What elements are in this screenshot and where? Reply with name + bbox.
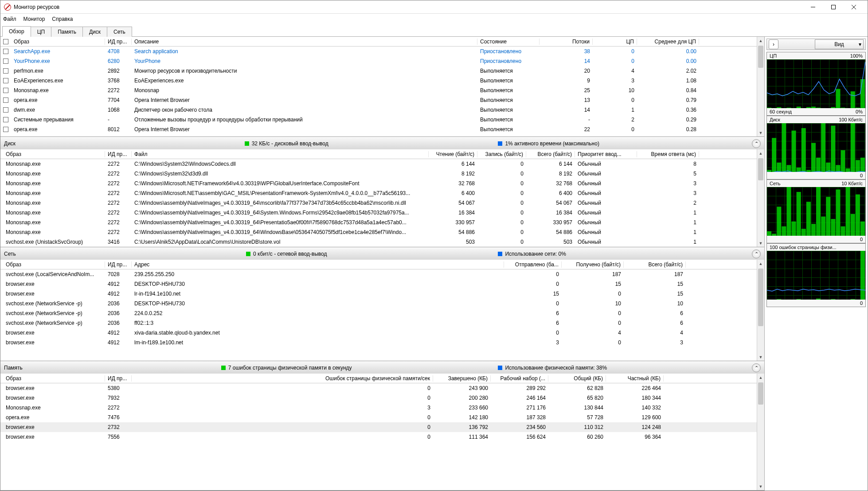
table-row[interactable]: opera.exe 8012 Opera Internet Browser Вы… (0, 125, 764, 134)
row-checkbox[interactable] (3, 97, 8, 103)
row-checkbox[interactable] (3, 88, 8, 93)
svg-rect-48 (786, 187, 791, 236)
svg-rect-57 (831, 219, 835, 236)
row-checkbox[interactable] (3, 117, 8, 122)
cpu-grid-header[interactable]: Образ ИД пр... Описание Состояние Потоки… (0, 37, 764, 47)
table-row[interactable]: svchost.exe (NetworkService -p) 2036 DES… (0, 299, 764, 308)
table-row[interactable]: Monosnap.exe 2272 C:\Windows\Microsoft.N… (0, 179, 764, 188)
table-row[interactable]: Monosnap.exe 2272 C:\Windows\System32\Wi… (0, 159, 764, 169)
select-all-checkbox[interactable] (3, 39, 8, 44)
titlebar[interactable]: Монитор ресурсов (0, 0, 868, 14)
table-row[interactable]: opera.exe 7476 0 142 180 187 328 57 728 … (0, 413, 764, 422)
svg-rect-66 (777, 299, 781, 300)
table-row[interactable]: browser.exe 7556 0 111 364 156 624 60 26… (0, 432, 764, 442)
table-row[interactable]: Системные прерывания - Отложенные вызовы… (0, 115, 764, 125)
row-checkbox[interactable] (3, 78, 8, 83)
svg-rect-17 (831, 107, 835, 108)
table-row[interactable]: SearchApp.exe 4708 Search application Пр… (0, 47, 764, 56)
table-row[interactable]: Monosnap.exe 2272 3 233 660 271 176 130 … (0, 403, 764, 413)
maximize-button[interactable] (823, 0, 844, 14)
network-collapse-button[interactable] (752, 249, 761, 258)
svg-rect-25 (772, 138, 776, 172)
menu-help[interactable]: Справка (52, 16, 73, 22)
table-row[interactable]: Monosnap.exe 2272 C:\Windows\System32\d3… (0, 169, 764, 179)
disk-panel-header[interactable]: Диск 32 КБ/c - дисковый ввод-вывод 1% ак… (0, 137, 764, 149)
svg-rect-36 (826, 163, 830, 172)
memory-panel-header[interactable]: Память 7 ошибок страницы физической памя… (0, 361, 764, 374)
menu-file[interactable]: Файл (3, 16, 16, 22)
minimize-button[interactable] (803, 0, 823, 14)
row-checkbox[interactable] (3, 107, 8, 113)
tab-disk[interactable]: Диск (82, 27, 107, 37)
table-row[interactable]: svchost.exe (LocalServiceAndNoIm... 7028… (0, 269, 764, 279)
svg-rect-40 (846, 168, 850, 172)
tab-network[interactable]: Сеть (107, 27, 132, 37)
svg-rect-4 (767, 108, 771, 108)
network-grid-header[interactable]: Образ ИД пр... Адрес Отправлено (ба... П… (0, 260, 764, 269)
table-row[interactable]: browser.exe 4912 xiva-daria.stable.qloud… (0, 328, 764, 338)
main-column: Образ ИД пр... Описание Состояние Потоки… (0, 37, 765, 491)
expand-charts-button[interactable]: › (769, 39, 778, 49)
svg-rect-63 (860, 222, 865, 236)
table-row[interactable]: dwm.exe 1068 Диспетчер окон рабочего сто… (0, 105, 764, 115)
table-row[interactable]: Monosnap.exe 2272 C:\Windows\Microsoft.N… (0, 188, 764, 198)
row-checkbox[interactable] (3, 49, 8, 54)
table-row[interactable]: Monosnap.exe 2272 Monosnap Выполняется 2… (0, 86, 764, 95)
svg-rect-21 (851, 91, 855, 108)
svg-rect-22 (856, 108, 860, 108)
disk-active-icon (498, 141, 502, 146)
table-row[interactable]: svchost.exe (UnistackSvcGroup) 3416 C:\U… (0, 237, 764, 247)
table-row[interactable]: Monosnap.exe 2272 C:\Windows\assembly\Na… (0, 218, 764, 227)
table-row[interactable]: browser.exe 7932 0 200 280 246 164 65 82… (0, 393, 764, 403)
table-row[interactable]: svchost.exe (NetworkService -p) 2036 ff0… (0, 318, 764, 328)
disk-grid-header[interactable]: Образ ИД пр... Файл Чтение (байт/c) Запи… (0, 149, 764, 159)
memory-collapse-button[interactable] (752, 363, 761, 372)
table-row[interactable]: browser.exe 4912 DESKTOP-H5HU730 0 15 15 (0, 279, 764, 289)
chart: Сеть10 Кбит/с 0 (766, 179, 866, 243)
svg-rect-27 (782, 123, 786, 172)
svg-rect-10 (797, 107, 801, 108)
table-row[interactable]: Monosnap.exe 2272 C:\Windows\assembly\Na… (0, 208, 764, 218)
table-row[interactable]: opera.exe 7704 Opera Internet Browser Вы… (0, 95, 764, 105)
row-checkbox[interactable] (3, 68, 8, 74)
row-checkbox[interactable] (3, 58, 8, 64)
disk-io-icon (245, 141, 249, 146)
table-row[interactable]: browser.exe 2732 0 136 792 234 560 110 3… (0, 422, 764, 432)
close-button[interactable] (844, 0, 864, 14)
table-row[interactable]: perfmon.exe 2892 Монитор ресурсов и прои… (0, 66, 764, 76)
svg-rect-13 (811, 107, 816, 108)
table-row[interactable]: svchost.exe (NetworkService -p) 2036 224… (0, 308, 764, 318)
tab-memory[interactable]: Память (51, 27, 83, 37)
disk-scrollbar[interactable]: ▲▼ (757, 149, 764, 247)
tab-cpu[interactable]: ЦП (31, 27, 52, 37)
memory-grid-header[interactable]: Образ ИД пр... Ошибок страницы физическо… (0, 374, 764, 383)
svg-rect-23 (860, 79, 865, 108)
tab-overview[interactable]: Обзор (2, 26, 31, 37)
memory-scrollbar[interactable]: ▲▼ (757, 374, 764, 490)
row-checkbox[interactable] (3, 127, 8, 132)
table-row[interactable]: browser.exe 4912 lm-in-f189.1e100.net 3 … (0, 338, 764, 347)
network-scrollbar[interactable]: ▲▼ (757, 260, 764, 361)
table-row[interactable]: EoAExperiences.exe 3768 EoAExperiences.e… (0, 76, 764, 86)
mem-faults-icon (221, 366, 226, 370)
svg-rect-38 (836, 165, 840, 172)
svg-rect-53 (811, 224, 816, 236)
svg-rect-83 (860, 251, 865, 300)
svg-rect-14 (816, 108, 821, 108)
svg-rect-41 (851, 123, 855, 172)
cpu-scrollbar[interactable]: ▲▼ (757, 37, 764, 136)
table-row[interactable]: Monosnap.exe 2272 C:\Windows\assembly\Na… (0, 227, 764, 237)
svg-rect-1 (832, 5, 836, 9)
network-panel-header[interactable]: Сеть 0 кбит/с - сетевой ввод-вывод Испол… (0, 247, 764, 260)
table-row[interactable]: Monosnap.exe 2272 C:\Windows\assembly\Na… (0, 198, 764, 208)
chart: 100 ошибок страницы физи... 0 (766, 243, 866, 307)
svg-rect-70 (797, 299, 801, 300)
table-row[interactable]: browser.exe 4912 lr-in-f194.1e100.net 15… (0, 289, 764, 299)
svg-rect-35 (821, 123, 825, 172)
svg-rect-31 (802, 128, 806, 172)
menu-monitor[interactable]: Монитор (23, 16, 45, 22)
view-dropdown[interactable]: Вид ▾ (815, 39, 864, 49)
table-row[interactable]: browser.exe 5380 0 243 900 289 292 62 82… (0, 383, 764, 393)
disk-collapse-button[interactable] (752, 139, 761, 148)
table-row[interactable]: YourPhone.exe 6280 YourPhone Приостановл… (0, 56, 764, 66)
